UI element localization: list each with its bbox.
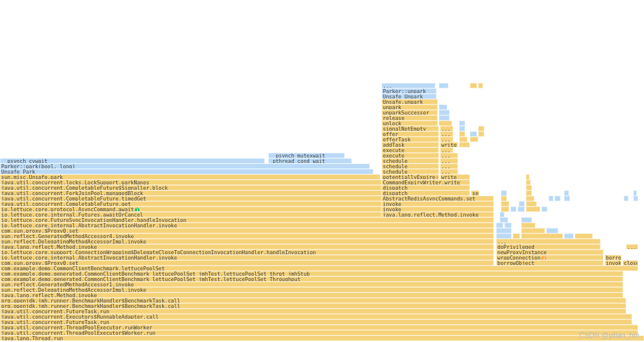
flame-frame[interactable]: unpark bbox=[382, 104, 438, 110]
flame-frame[interactable]: com.example.demo.CommonClientBenchmark.l… bbox=[0, 266, 638, 271]
flame-frame[interactable]: sun.misc.Unsafe.park bbox=[0, 174, 380, 180]
flame-frame[interactable]: AbstractRedisAsyncCommands.set bbox=[382, 196, 494, 201]
flame-frame[interactable]: dispatch bbox=[382, 185, 470, 190]
flame-frame[interactable] bbox=[526, 185, 532, 190]
flame-frame[interactable] bbox=[510, 207, 516, 212]
flame-frame[interactable] bbox=[519, 201, 525, 207]
flame-frame[interactable] bbox=[521, 233, 563, 239]
flame-frame[interactable]: java.util.concurrent.ThreadPoolExecutor$… bbox=[0, 330, 638, 335]
flame-frame[interactable]: com.example.demo.generated.CommonClientB… bbox=[0, 271, 623, 276]
flame-frame[interactable] bbox=[459, 131, 465, 137]
flame-frame[interactable]: invoke bbox=[605, 260, 621, 266]
flame-frame[interactable] bbox=[518, 207, 525, 212]
flame-frame[interactable]: ... bbox=[440, 126, 453, 131]
flame-frame[interactable] bbox=[478, 131, 484, 137]
flame-frame[interactable] bbox=[624, 196, 628, 201]
flame-frame[interactable] bbox=[555, 196, 561, 201]
flame-frame[interactable] bbox=[459, 142, 470, 147]
flame-frame[interactable]: execute bbox=[382, 153, 439, 158]
flame-frame[interactable]: java.util.concurrent.locks.LockSupport.p… bbox=[0, 180, 382, 185]
flame-frame[interactable] bbox=[501, 196, 507, 201]
flame-frame[interactable] bbox=[564, 190, 569, 196]
flame-frame[interactable] bbox=[459, 121, 465, 126]
flame-frame[interactable]: write bbox=[440, 142, 458, 147]
flame-frame[interactable]: ... bbox=[440, 137, 453, 142]
flame-frame[interactable]: release bbox=[382, 115, 438, 121]
flame-frame[interactable]: schedule bbox=[382, 164, 439, 169]
flame-frame[interactable] bbox=[439, 115, 450, 121]
flame-frame[interactable]: io.lettuce.core.internal.AbstractInvocat… bbox=[0, 255, 494, 260]
flame-frame[interactable] bbox=[549, 196, 553, 201]
flame-frame[interactable]: close bbox=[623, 260, 638, 266]
flame-frame[interactable] bbox=[526, 196, 534, 201]
flame-frame[interactable]: doPrivileged bbox=[496, 244, 600, 249]
flame-frame[interactable] bbox=[526, 180, 531, 185]
flame-frame[interactable]: execute bbox=[382, 147, 439, 153]
flame-graph[interactable]: java.lang.Thread.runjava.util.concurrent… bbox=[0, 0, 644, 342]
flame-frame[interactable]: Unsafe.unpark bbox=[382, 99, 438, 104]
flame-frame[interactable]: addTask bbox=[382, 142, 439, 147]
flame-frame[interactable]: ... bbox=[440, 158, 458, 164]
flame-frame[interactable]: schedule bbox=[382, 158, 439, 164]
flame-frame[interactable]: java.lang.reflect.Method.invoke bbox=[382, 212, 494, 217]
flame-frame[interactable]: offer bbox=[382, 131, 439, 137]
flame-frame[interactable]: java.util.concurrent.Executors$RunnableA… bbox=[0, 314, 632, 319]
flame-frame[interactable]: io.lettuce.core.protocol.AsyncCommand.aw… bbox=[0, 207, 382, 212]
flame-frame[interactable] bbox=[496, 223, 503, 228]
flame-frame[interactable] bbox=[459, 137, 467, 142]
flame-frame[interactable]: org.openjdk.jmh.runner.BenchmarkHandler$… bbox=[0, 298, 626, 303]
flame-frame[interactable]: ... bbox=[626, 244, 638, 249]
flame-frame[interactable]: write bbox=[440, 174, 470, 180]
flame-frame[interactable]: java.util.concurrent.CompletableFuture$S… bbox=[0, 185, 382, 190]
flame-frame[interactable] bbox=[513, 233, 520, 239]
flame-frame[interactable]: __psynch_mutexwait bbox=[268, 153, 345, 158]
flame-frame[interactable]: Parker::park(bool, long) bbox=[0, 164, 370, 169]
flame-frame[interactable]: sun.reflect.GeneratedMethodAccessor1.inv… bbox=[0, 282, 623, 287]
flame-frame[interactable] bbox=[439, 121, 452, 126]
flame-frame[interactable]: dispatch bbox=[382, 190, 470, 196]
flame-frame[interactable]: invoke bbox=[382, 201, 494, 207]
flame-frame[interactable]: wrapConnection2 bbox=[496, 255, 603, 260]
flame-frame[interactable]: java.util.concurrent.CompletableFuture.t… bbox=[0, 196, 382, 201]
flame-frame[interactable] bbox=[439, 110, 450, 115]
flame-frame[interactable]: org.openjdk.jmh.runner.BenchmarkHandler$… bbox=[0, 303, 626, 309]
flame-frame[interactable]: ... bbox=[440, 147, 453, 153]
flame-frame[interactable]: io.lettuce.core.support.ConnectionWrappi… bbox=[0, 249, 494, 255]
flame-frame[interactable]: ... bbox=[382, 83, 435, 88]
flame-frame[interactable]: potentiallyExpire3 bbox=[382, 174, 439, 180]
flame-frame[interactable]: com.sun.proxy.$Proxy0.set bbox=[0, 260, 494, 266]
flame-frame[interactable] bbox=[496, 228, 512, 233]
flame-frame[interactable] bbox=[439, 83, 448, 88]
flame-frame[interactable]: set bbox=[471, 190, 479, 196]
flame-frame[interactable]: java.lang.Thread.run bbox=[0, 335, 644, 341]
flame-frame[interactable]: signalNotEmpty bbox=[382, 126, 439, 131]
flame-frame[interactable]: ... bbox=[440, 164, 458, 169]
flame-frame[interactable] bbox=[504, 223, 512, 228]
flame-frame[interactable] bbox=[500, 212, 504, 217]
flame-frame[interactable] bbox=[478, 126, 484, 131]
flame-frame[interactable]: sun.reflect.GeneratedMethodAccessor4.inv… bbox=[0, 233, 494, 239]
flame-frame[interactable]: java.lang.reflect.Method.invoke bbox=[0, 292, 623, 298]
flame-frame[interactable]: Parker::unpark bbox=[382, 88, 436, 94]
flame-frame[interactable]: borrowObject bbox=[496, 260, 603, 266]
flame-frame[interactable]: java.util.concurrent.ForkJoinPool.manage… bbox=[0, 190, 382, 196]
flame-frame[interactable]: java.util.concurrent.CompletableFuture.g… bbox=[0, 201, 382, 207]
flame-frame[interactable] bbox=[501, 190, 507, 196]
flame-frame[interactable] bbox=[526, 201, 537, 207]
flame-frame[interactable]: com.sun.proxy.$Proxy0.set bbox=[0, 228, 494, 233]
flame-frame[interactable]: __psynch_cvwait bbox=[0, 158, 265, 164]
flame-frame[interactable]: io.lettuce.core.internal.AbstractInvocat… bbox=[0, 223, 494, 228]
flame-frame[interactable]: offerTask bbox=[382, 137, 439, 142]
flame-frame[interactable]: sun.reflect.DelegatingMethodAccessorImpl… bbox=[0, 239, 494, 244]
flame-frame[interactable] bbox=[575, 233, 593, 239]
flame-frame[interactable]: java.util.concurrent.FutureTask.run bbox=[0, 319, 632, 325]
flame-frame[interactable]: ... bbox=[440, 153, 458, 158]
flame-frame[interactable] bbox=[546, 228, 558, 233]
flame-frame[interactable] bbox=[459, 126, 465, 131]
flame-frame[interactable]: ... bbox=[440, 169, 458, 174]
flame-frame[interactable]: ... bbox=[496, 239, 600, 244]
flame-frame[interactable] bbox=[633, 196, 638, 201]
flame-frame[interactable]: unparkSuccessor bbox=[382, 110, 438, 115]
flame-frame[interactable] bbox=[526, 174, 530, 180]
flame-frame[interactable]: invoke bbox=[382, 207, 494, 212]
